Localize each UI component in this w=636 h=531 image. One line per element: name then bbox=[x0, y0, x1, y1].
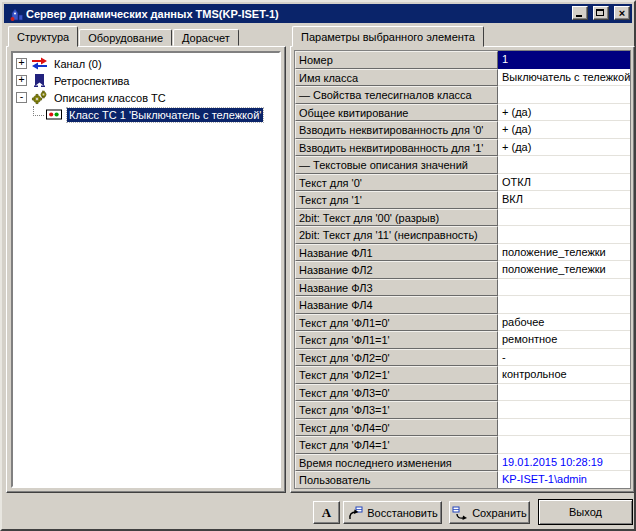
property-row[interactable]: Название ФЛ2положение_тележки bbox=[295, 261, 630, 279]
property-row[interactable]: Текст для '1'ВКЛ bbox=[295, 191, 630, 209]
property-value[interactable]: Выключатель с тележкой bbox=[498, 69, 630, 87]
property-value[interactable] bbox=[498, 86, 630, 104]
expand-minus-icon[interactable]: - bbox=[16, 92, 27, 103]
close-button[interactable]: × bbox=[614, 6, 630, 20]
property-value[interactable] bbox=[498, 419, 630, 437]
property-label[interactable]: Текст для 'ФЛ3=0' bbox=[295, 384, 498, 402]
property-label[interactable]: Текст для '0' bbox=[295, 174, 498, 192]
property-label[interactable]: Название ФЛ1 bbox=[295, 244, 498, 262]
property-label[interactable]: Общее квитирование bbox=[295, 104, 498, 122]
property-value[interactable]: + (да) bbox=[498, 104, 630, 122]
property-row[interactable]: Текст для '0'ОТКЛ bbox=[295, 174, 630, 192]
property-value[interactable] bbox=[498, 226, 630, 244]
property-row[interactable]: 2bit: Текст для '11' (неисправность) bbox=[295, 226, 630, 244]
property-label[interactable]: Текст для 'ФЛ1=1' bbox=[295, 331, 498, 349]
property-row[interactable]: Текст для 'ФЛ4=0' bbox=[295, 419, 630, 437]
property-row[interactable]: Название ФЛ4 bbox=[295, 296, 630, 314]
property-label[interactable]: Взводить неквитированность для '1' bbox=[295, 139, 498, 157]
parameters-panel: Номер1Имя классаВыключатель с тележкой— … bbox=[290, 46, 635, 493]
property-value[interactable]: положение_тележки bbox=[498, 261, 630, 279]
property-value[interactable] bbox=[498, 156, 630, 174]
property-row[interactable]: Текст для 'ФЛ4=1' bbox=[295, 436, 630, 454]
property-label[interactable]: Текст для 'ФЛ2=1' bbox=[295, 366, 498, 384]
property-row[interactable]: Текст для 'ФЛ3=1' bbox=[295, 401, 630, 419]
property-row[interactable]: Название ФЛ3 bbox=[295, 279, 630, 297]
property-value[interactable] bbox=[498, 296, 630, 314]
property-label[interactable]: 2bit: Текст для '00' (разрыв) bbox=[295, 209, 498, 227]
property-value[interactable]: + (да) bbox=[498, 139, 630, 157]
property-value[interactable]: контрольное bbox=[498, 366, 630, 384]
property-value[interactable]: положение_тележки bbox=[498, 244, 630, 262]
property-label[interactable]: Название ФЛ3 bbox=[295, 279, 498, 297]
maximize-button[interactable] bbox=[593, 6, 609, 20]
property-row[interactable]: Имя классаВыключатель с тележкой bbox=[295, 69, 630, 87]
tab-equipment[interactable]: Оборудование bbox=[79, 29, 172, 46]
property-value[interactable] bbox=[498, 209, 630, 227]
property-row[interactable]: Взводить неквитированность для '0'+ (да) bbox=[295, 121, 630, 139]
property-row[interactable]: Время последнего изменения19.01.2015 10:… bbox=[295, 454, 630, 472]
property-label[interactable]: Текст для 'ФЛ3=1' bbox=[295, 401, 498, 419]
property-label[interactable]: — Текстовые описания значений bbox=[295, 156, 498, 174]
property-label[interactable]: Название ФЛ4 bbox=[295, 296, 498, 314]
tab-selected-element-parameters[interactable]: Параметры выбранного элемента bbox=[292, 26, 484, 47]
property-label[interactable]: Текст для 'ФЛ1=0' bbox=[295, 314, 498, 332]
minimize-button[interactable] bbox=[572, 6, 588, 20]
property-row[interactable]: Текст для 'ФЛ3=0' bbox=[295, 384, 630, 402]
exit-button[interactable]: Выход bbox=[538, 499, 633, 525]
property-label[interactable]: Номер bbox=[295, 51, 498, 69]
property-row[interactable]: Номер1 bbox=[295, 51, 630, 69]
tab-structure[interactable]: Структура bbox=[8, 26, 78, 47]
property-label[interactable]: Текст для '1' bbox=[295, 191, 498, 209]
property-value[interactable]: ВКЛ bbox=[498, 191, 630, 209]
property-label[interactable]: — Свойства телесигналов класса bbox=[295, 86, 498, 104]
property-row[interactable]: Название ФЛ1положение_тележки bbox=[295, 244, 630, 262]
property-label[interactable]: Имя класса bbox=[295, 69, 498, 87]
property-value[interactable] bbox=[498, 401, 630, 419]
property-value[interactable]: 19.01.2015 10:28:19 bbox=[498, 454, 630, 472]
expand-plus-icon[interactable]: + bbox=[16, 75, 27, 86]
tree-item-retrospective[interactable]: + Ретроспектива bbox=[13, 72, 279, 89]
structure-tree[interactable]: + Канал (0) + Ре bbox=[11, 51, 281, 488]
font-button[interactable]: A bbox=[313, 501, 340, 524]
tree-item-class-descriptions[interactable]: - Описания классов ТС bbox=[13, 89, 279, 106]
property-row[interactable]: Текст для 'ФЛ2=0'- bbox=[295, 349, 630, 367]
minimize-icon bbox=[576, 15, 582, 17]
property-label[interactable]: Время последнего изменения bbox=[295, 454, 498, 472]
retrospective-icon bbox=[31, 73, 48, 88]
property-value[interactable] bbox=[498, 436, 630, 454]
property-label[interactable]: Текст для 'ФЛ4=1' bbox=[295, 436, 498, 454]
property-label[interactable]: Взводить неквитированность для '0' bbox=[295, 121, 498, 139]
property-row[interactable]: — Текстовые описания значений bbox=[295, 156, 630, 174]
tab-recalculation[interactable]: Дорасчет bbox=[173, 29, 239, 46]
property-value[interactable]: - bbox=[498, 349, 630, 367]
property-row[interactable]: Взводить неквитированность для '1'+ (да) bbox=[295, 139, 630, 157]
property-label[interactable]: Название ФЛ2 bbox=[295, 261, 498, 279]
property-label[interactable]: Пользователь bbox=[295, 471, 498, 489]
property-value[interactable] bbox=[498, 384, 630, 402]
close-icon: × bbox=[615, 7, 629, 19]
property-row[interactable]: Текст для 'ФЛ2=1'контрольное bbox=[295, 366, 630, 384]
restore-button[interactable]: Восстановить bbox=[343, 501, 442, 524]
property-value[interactable] bbox=[498, 279, 630, 297]
property-label[interactable]: Текст для 'ФЛ4=0' bbox=[295, 419, 498, 437]
tree-item-channel[interactable]: + Канал (0) bbox=[13, 55, 279, 72]
property-row[interactable]: 2bit: Текст для '00' (разрыв) bbox=[295, 209, 630, 227]
property-value[interactable]: рабочее bbox=[498, 314, 630, 332]
property-row[interactable]: — Свойства телесигналов класса bbox=[295, 86, 630, 104]
tree-item-class-ts-1[interactable]: Класс ТС 1 'Выключатель с тележкой' bbox=[13, 106, 279, 123]
property-value[interactable]: ОТКЛ bbox=[498, 174, 630, 192]
property-value[interactable]: KP-ISET-1\admin bbox=[498, 471, 630, 489]
property-row[interactable]: Общее квитирование+ (да) bbox=[295, 104, 630, 122]
expand-plus-icon[interactable]: + bbox=[16, 58, 27, 69]
property-row[interactable]: Текст для 'ФЛ1=0'рабочее bbox=[295, 314, 630, 332]
titlebar[interactable]: Сервер динамических данных TMS(KP-ISET-1… bbox=[4, 4, 632, 23]
save-button[interactable]: Сохранить bbox=[449, 501, 530, 524]
property-row[interactable]: ПользовательKP-ISET-1\admin bbox=[295, 471, 630, 489]
property-label[interactable]: Текст для 'ФЛ2=0' bbox=[295, 349, 498, 367]
property-value[interactable]: 1 bbox=[498, 51, 630, 69]
right-tab-bar: Параметры выбранного элемента bbox=[292, 25, 485, 46]
property-value[interactable]: + (да) bbox=[498, 121, 630, 139]
property-label[interactable]: 2bit: Текст для '11' (неисправность) bbox=[295, 226, 498, 244]
property-row[interactable]: Текст для 'ФЛ1=1'ремонтное bbox=[295, 331, 630, 349]
property-value[interactable]: ремонтное bbox=[498, 331, 630, 349]
